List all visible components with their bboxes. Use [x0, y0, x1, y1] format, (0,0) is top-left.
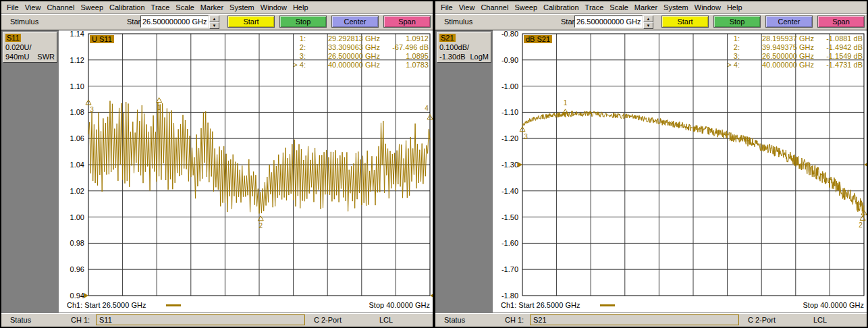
menu-item-channel[interactable]: Channel [47, 3, 74, 11]
svg-text:1: 1 [157, 104, 161, 111]
menu-item-scale[interactable]: Scale [175, 3, 194, 11]
vna-window: File View Channel Sweep Calibration Trac… [0, 0, 868, 328]
step-down-button[interactable]: ▼ [209, 22, 219, 29]
sweep-start-label: Ch1: Start 26.5000 GHz [67, 301, 146, 309]
center-button[interactable]: Center [765, 16, 813, 28]
status-label: Status [444, 316, 465, 324]
local-mode-indicator: LCL [813, 316, 827, 324]
menu-item-calibration[interactable]: Calibration [543, 3, 579, 11]
channel-label: CH 1: [71, 316, 90, 324]
plot-area: -0.80-0.90-1.00-1.10-1.20-1.30-1.40-1.50… [493, 30, 867, 312]
status-bar: Status CH 1: S11 C 2-Port LCL [1, 312, 433, 327]
marker-number: 1: [283, 34, 306, 43]
svg-text:3: 3 [90, 106, 94, 113]
menu-item-help[interactable]: Help [293, 3, 308, 11]
sweep-range-footer: Ch1: Start 26.5000 GHz Stop 40.0000 GHz [67, 300, 430, 310]
marker-frequency: 40.000000 GHz [306, 61, 380, 70]
menu-item-file[interactable]: File [441, 3, 453, 11]
svg-text:1.12: 1.12 [70, 56, 84, 64]
step-up-button[interactable]: ▲ [209, 16, 219, 22]
trace-name-badge: S21 [439, 34, 456, 42]
marker-readout-table: 1: 29.292813 GHz 1.0912 2: 33.309063 GHz… [283, 34, 429, 70]
menu-item-scale[interactable]: Scale [609, 3, 628, 11]
menu-item-sweep[interactable]: Sweep [80, 3, 103, 11]
svg-text:-1.30: -1.30 [501, 161, 518, 169]
menu-item-system[interactable]: System [663, 3, 688, 11]
active-trace-box: S11 [96, 315, 305, 325]
svg-text:0.94: 0.94 [70, 292, 84, 300]
menu-item-channel[interactable]: Channel [481, 3, 508, 11]
menu-item-help[interactable]: Help [727, 3, 742, 11]
marker-value: -1.1549 dB [814, 52, 863, 61]
sweep-stop-label: Stop 40.0000 GHz [369, 301, 430, 309]
menu-item-marker[interactable]: Marker [634, 3, 657, 11]
stimulus-label: Stimulus [444, 18, 472, 26]
center-button[interactable]: Center [331, 16, 379, 28]
marker-value: -1.4942 dB [814, 43, 863, 52]
calibration-status: C 2-Port [314, 316, 342, 324]
plot-area: 1.141.121.101.081.061.041.021.000.980.96… [59, 30, 433, 312]
menu-item-view[interactable]: View [25, 3, 41, 11]
menu-bar: File View Channel Sweep Calibration Trac… [1, 1, 433, 14]
start-button[interactable]: Start [227, 16, 275, 28]
menu-item-sweep[interactable]: Sweep [514, 3, 537, 11]
svg-text:4: 4 [425, 105, 429, 112]
s11-swr-chart: 1.141.121.101.081.061.041.021.000.980.96… [59, 30, 433, 313]
stop-button[interactable]: Stop [713, 16, 761, 28]
svg-text:-1.50: -1.50 [501, 213, 518, 221]
marker-number: 1: [717, 34, 740, 43]
trace-info-box[interactable]: S11 0.020U/ 940mU SWR [3, 32, 57, 63]
menu-item-calibration[interactable]: Calibration [109, 3, 145, 11]
marker-number: > 4: [717, 61, 740, 70]
plot-region: S11 0.020U/ 940mU SWR 1.141.121.101.081.… [1, 30, 433, 312]
step-up-button[interactable]: ▲ [643, 16, 653, 22]
menu-bar: File View Channel Sweep Calibration Trac… [435, 1, 867, 14]
menu-item-view[interactable]: View [459, 3, 475, 11]
start-frequency-input[interactable] [574, 16, 643, 28]
menu-item-trace[interactable]: Trace [151, 3, 170, 11]
marker-number: 2: [283, 43, 306, 52]
status-label: Status [10, 316, 31, 324]
stop-button[interactable]: Stop [279, 16, 327, 28]
menu-item-window[interactable]: Window [261, 3, 287, 11]
menu-item-window[interactable]: Window [695, 3, 721, 11]
frequency-stepper: ▲ ▼ [209, 16, 219, 28]
menu-item-marker[interactable]: Marker [200, 3, 223, 11]
stimulus-bar: Stimulus Start ▲ ▼ Start Stop Center Spa… [1, 14, 433, 30]
marker-value: 1.0912 [380, 34, 429, 43]
marker-frequency: 40.000000 GHz [740, 61, 814, 70]
span-button[interactable]: Span [383, 16, 431, 28]
span-button[interactable]: Span [817, 16, 865, 28]
trace-format: SWR [37, 52, 55, 61]
trace-name-badge: S11 [5, 34, 21, 42]
trace-scale: 0.020U/ [5, 43, 55, 52]
menu-item-file[interactable]: File [7, 3, 19, 11]
trace-info-box[interactable]: S21 0.100dB/ -1.30dB LogM [437, 32, 491, 63]
menu-item-trace[interactable]: Trace [585, 3, 604, 11]
trace-ref: -1.30dB [439, 52, 466, 61]
plot-region: S21 0.100dB/ -1.30dB LogM -0.80-0.90-1.0… [435, 30, 867, 312]
sweep-start-label: Ch1: Start 26.5000 GHz [501, 301, 580, 309]
svg-text:-1.40: -1.40 [501, 187, 518, 195]
marker-value: -1.4731 dB [814, 61, 863, 70]
svg-text:2: 2 [859, 221, 863, 229]
start-button[interactable]: Start [661, 16, 709, 28]
svg-text:1.10: 1.10 [70, 82, 84, 90]
marker-number: > 4: [283, 61, 306, 70]
stimulus-label: Stimulus [10, 18, 38, 26]
svg-text:1.00: 1.00 [70, 213, 84, 221]
svg-text:-0.80: -0.80 [501, 30, 518, 38]
marker-value: -1.0881 dB [814, 34, 863, 43]
active-trace-box: S21 [530, 315, 739, 325]
marker-value: -67.496 dB [380, 43, 429, 52]
sweep-range-footer: Ch1: Start 26.5000 GHz Stop 40.0000 GHz [501, 300, 864, 310]
svg-text:1: 1 [564, 99, 568, 107]
svg-text:1.06: 1.06 [70, 134, 84, 142]
marker-value: 1.0895 [380, 52, 429, 61]
marker-number: 3: [717, 52, 740, 61]
channel-label: CH 1: [505, 316, 524, 324]
start-frequency-input[interactable] [140, 16, 209, 28]
step-down-button[interactable]: ▼ [643, 22, 653, 29]
menu-item-system[interactable]: System [229, 3, 254, 11]
side-strip [435, 30, 493, 312]
